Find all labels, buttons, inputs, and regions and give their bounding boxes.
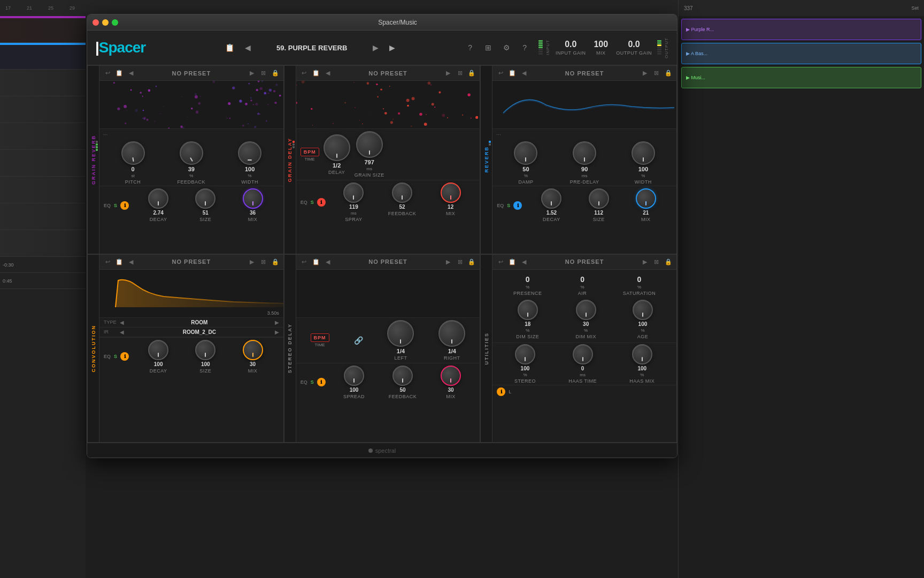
sd-lock-btn[interactable]: 🔒: [467, 257, 476, 267]
grid-icon[interactable]: ⊞: [482, 42, 494, 54]
ut-haastime-knob[interactable]: [573, 344, 593, 364]
rv-info-icon[interactable]: ℹ: [513, 201, 522, 210]
rv-predelay-knob[interactable]: [573, 141, 596, 165]
daw-region-green: ▶ Musi...: [681, 67, 921, 88]
ut-save-btn[interactable]: 📋: [507, 257, 517, 267]
gd-delay-knob[interactable]: [324, 134, 350, 161]
maximize-button[interactable]: [112, 19, 118, 26]
rv-dots-menu[interactable]: ···: [495, 131, 502, 139]
cv-menu-btn[interactable]: ⊠: [259, 257, 268, 267]
gd-reset-btn[interactable]: ↩: [299, 69, 309, 78]
ut-dimsize-knob[interactable]: [518, 300, 538, 320]
rv-width-knob[interactable]: [632, 141, 655, 165]
ut-lock-btn[interactable]: 🔒: [664, 257, 673, 267]
sd-reset-btn[interactable]: ↩: [299, 257, 309, 267]
gr-dots-menu[interactable]: ···: [102, 131, 109, 139]
ut-menu-btn[interactable]: ⊠: [652, 257, 661, 267]
gr-save-btn[interactable]: 📋: [114, 69, 124, 78]
gr-mix-knob[interactable]: [243, 188, 263, 209]
gr-size-knob[interactable]: [195, 188, 215, 209]
gd-menu-btn[interactable]: ⊠: [455, 69, 465, 78]
gr-prev-btn[interactable]: ◀: [126, 69, 136, 78]
rv-next-btn[interactable]: ▶: [640, 69, 650, 78]
ut-haasmix-knob[interactable]: [632, 344, 652, 364]
ut-dimmix-knob[interactable]: [576, 300, 596, 320]
cv-reset-btn[interactable]: ↩: [103, 257, 112, 267]
ut-prev-btn[interactable]: ◀: [519, 257, 529, 267]
rv-reset-btn[interactable]: ↩: [496, 69, 505, 78]
ut-stereo-knob[interactable]: [515, 344, 535, 364]
rv-damp-knob[interactable]: [514, 141, 537, 165]
cv-save-btn[interactable]: 📋: [114, 257, 124, 267]
gr-width-knob[interactable]: [238, 141, 261, 165]
sd-info-icon[interactable]: ℹ: [317, 378, 326, 386]
close-button[interactable]: [93, 19, 99, 26]
cv-next-btn[interactable]: ▶: [247, 257, 257, 267]
cv-decay-knob[interactable]: [148, 340, 168, 360]
preset-cursor-button[interactable]: ▶: [386, 42, 398, 53]
help-icon-1[interactable]: ?: [464, 42, 476, 54]
cv-decay-label: DECAY: [150, 368, 167, 374]
cv-prev-btn[interactable]: ◀: [126, 257, 136, 267]
gr-decay-knob[interactable]: [148, 188, 168, 209]
gr-feedback-knob[interactable]: [180, 141, 203, 165]
cv-type-next[interactable]: ▶: [275, 320, 279, 325]
reverb-meter: [489, 141, 491, 146]
rv-save-btn[interactable]: 📋: [507, 69, 517, 78]
gd-mix-knob[interactable]: [441, 182, 461, 203]
cv-info-icon[interactable]: ℹ: [120, 352, 129, 361]
gr-next-btn[interactable]: ▶: [247, 69, 257, 78]
minimize-button[interactable]: [102, 19, 109, 26]
cv-lock-btn[interactable]: 🔒: [271, 257, 280, 267]
cv-mix-group: 30 MIX: [243, 340, 263, 374]
ut-reset-btn[interactable]: ↩: [496, 257, 505, 267]
gr-info-icon[interactable]: ℹ: [120, 201, 129, 210]
gr-lock-btn[interactable]: 🔒: [271, 69, 280, 78]
gd-feedback-knob[interactable]: [392, 182, 412, 203]
cv-size-knob[interactable]: [195, 340, 215, 360]
rv-lock-btn[interactable]: 🔒: [664, 69, 673, 78]
gd-spray-knob[interactable]: [343, 182, 364, 203]
rv-size-knob[interactable]: [589, 188, 609, 209]
cv-ir-next[interactable]: ▶: [275, 329, 279, 335]
gd-next-btn[interactable]: ▶: [443, 69, 453, 78]
ut-age-knob[interactable]: [633, 300, 653, 320]
sd-save-btn[interactable]: 📋: [311, 257, 321, 267]
gd-lock-btn[interactable]: 🔒: [467, 69, 476, 78]
daw-right-label: 337: [684, 5, 693, 11]
next-preset-button[interactable]: ▶: [369, 42, 382, 53]
plugin-logo: |Spacer: [95, 39, 145, 56]
gd-save-btn[interactable]: 📋: [311, 69, 321, 78]
ut-info-icon[interactable]: ℹ: [497, 387, 505, 396]
cv-mix-knob[interactable]: [243, 340, 263, 360]
sd-mix-knob[interactable]: [441, 366, 461, 386]
cv-type-prev[interactable]: ◀: [120, 320, 124, 325]
rv-menu-btn[interactable]: ⊠: [652, 69, 661, 78]
rv-prev-btn[interactable]: ◀: [519, 69, 529, 78]
gd-info-icon[interactable]: ℹ: [317, 198, 326, 207]
rv-mix-knob[interactable]: [636, 188, 656, 209]
sd-next-btn[interactable]: ▶: [443, 257, 453, 267]
help-icon-2[interactable]: ?: [519, 42, 530, 54]
sd-menu-btn[interactable]: ⊠: [455, 257, 465, 267]
rv-damp-unit: %: [524, 173, 528, 178]
sd-spread-knob[interactable]: [344, 366, 364, 386]
utilities-label: UTILITIES: [484, 332, 489, 365]
rv-decay-knob[interactable]: [541, 188, 561, 209]
cv-ir-prev[interactable]: ◀: [120, 329, 124, 335]
input-gain-group: 0.0 INPUT GAIN: [556, 40, 586, 56]
prev-preset-button[interactable]: ◀: [242, 42, 254, 53]
gr-pitch-knob[interactable]: [121, 141, 145, 165]
settings-icon[interactable]: ⚙: [500, 42, 512, 54]
sd-prev-btn[interactable]: ◀: [323, 257, 333, 267]
sd-left-knob[interactable]: [387, 320, 414, 347]
sd-link-icon[interactable]: 🔗: [354, 336, 363, 345]
gd-prev-btn[interactable]: ◀: [323, 69, 333, 78]
gd-grainsize-knob[interactable]: [356, 131, 383, 158]
gr-menu-btn[interactable]: ⊠: [259, 69, 268, 78]
gr-reset-btn[interactable]: ↩: [103, 69, 112, 78]
ut-next-btn[interactable]: ▶: [640, 257, 650, 267]
sd-right-knob[interactable]: [438, 320, 465, 347]
sd-feedback-knob[interactable]: [392, 366, 413, 386]
save-preset-button[interactable]: 📋: [222, 42, 237, 53]
